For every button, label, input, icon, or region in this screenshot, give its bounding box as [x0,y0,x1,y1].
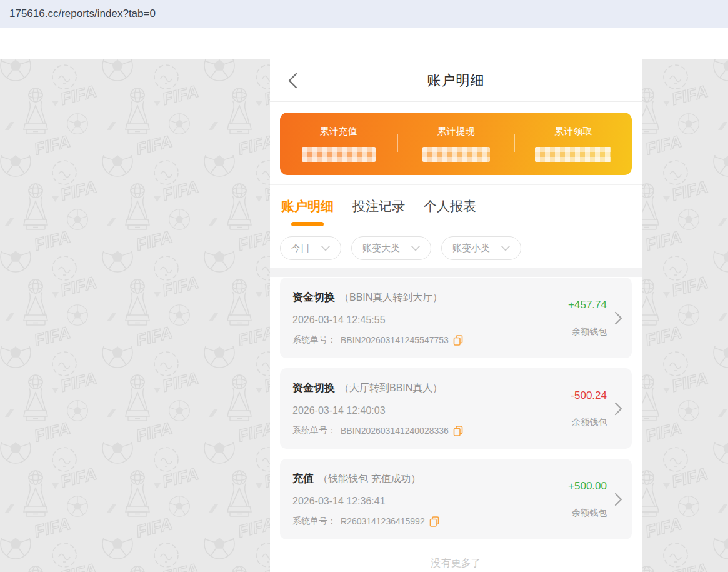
summary-section: 累计充值 累计提现 累计领取 [270,102,642,185]
redacted-value-mosaic [422,147,490,162]
tab-personal-report[interactable]: 个人报表 [424,198,476,226]
transaction-datetime: 2026-03-14 12:45:55 [292,314,568,326]
redacted-value-mosaic [535,147,611,162]
summary-total-claimed: 累计领取 [514,126,632,162]
active-tab-underline [291,222,324,226]
transaction-datetime: 2026-03-14 12:36:41 [292,496,568,507]
transaction-list: 资金切换 （BBIN真人转到大厅） 2026-03-14 12:45:55 系统… [270,277,642,572]
order-number: BBIN202603141245547753 [341,335,449,345]
chevron-right-icon [614,402,622,416]
tab-bar: 账户明细 投注记录 个人报表 [270,185,642,230]
transaction-type: 资金切换 [292,381,335,395]
app-header: 账户明细 [270,59,642,102]
page-stage: FIFA [0,28,728,572]
copy-icon[interactable] [453,426,463,436]
order-number: R2603141236415992 [341,516,425,526]
filter-date-dropdown[interactable]: 今日 [280,236,341,260]
transaction-row[interactable]: 资金切换 （大厅转到BBIN真人） 2026-03-14 12:40:03 系统… [280,368,632,449]
filter-label: 账变小类 [452,243,490,254]
transaction-amount: -500.24 [571,389,607,402]
filter-label: 账变大类 [362,243,400,254]
tab-label: 投注记录 [352,198,405,215]
no-more-text: 没有更多了 [280,549,632,572]
transaction-amount: +500.00 [568,480,607,493]
order-label: 系统单号： [292,334,336,346]
chevron-down-icon [411,246,420,251]
order-number: BBIN202603141240028336 [341,426,449,436]
transaction-note: （钱能钱包 充值成功） [318,473,421,486]
tab-bet-records[interactable]: 投注记录 [352,198,405,226]
url-text[interactable]: 175616.cc/reports/index?tab=0 [9,8,156,20]
copy-icon[interactable] [453,335,463,346]
browser-url-bar[interactable]: 175616.cc/reports/index?tab=0 [0,0,728,28]
back-button[interactable] [287,73,299,89]
filter-major-category-dropdown[interactable]: 账变大类 [351,236,431,260]
page-title: 账户明细 [427,71,485,90]
wallet-label: 余额钱包 [572,508,607,519]
chevron-right-icon [614,493,622,506]
section-divider-strip [270,268,642,277]
summary-label: 累计提现 [437,126,475,138]
wallet-label: 余额钱包 [572,326,607,338]
transaction-note: （大厅转到BBIN真人） [339,382,442,395]
chevron-left-icon [287,73,297,89]
order-label: 系统单号： [292,516,336,527]
tab-label: 个人报表 [424,198,476,215]
transaction-type: 充值 [292,471,314,486]
filter-minor-category-dropdown[interactable]: 账变小类 [441,236,521,260]
summary-label: 累计充值 [320,126,357,138]
summary-label: 累计领取 [554,126,592,138]
app-panel: 账户明细 累计充值 累计提现 累计领取 账户 [270,59,642,572]
summary-total-deposit: 累计充值 [280,126,397,162]
transaction-amount: +457.74 [568,299,607,311]
redacted-value-mosaic [302,147,376,162]
transaction-note: （BBIN真人转到大厅） [339,291,442,304]
transaction-row[interactable]: 充值 （钱能钱包 充值成功） 2026-03-14 12:36:41 系统单号：… [280,459,632,539]
order-label: 系统单号： [292,425,336,436]
chevron-right-icon [614,311,622,325]
summary-card: 累计充值 累计提现 累计领取 [280,113,632,175]
transaction-type: 资金切换 [292,290,335,304]
transaction-datetime: 2026-03-14 12:40:03 [292,405,571,416]
chevron-down-icon [501,246,510,251]
filter-bar: 今日 账变大类 账变小类 [270,230,642,268]
tab-label: 账户明细 [281,198,334,215]
tab-account-details[interactable]: 账户明细 [281,198,334,226]
copy-icon[interactable] [429,516,439,527]
wallet-label: 余额钱包 [572,417,607,428]
chevron-down-icon [321,246,330,251]
transaction-row[interactable]: 资金切换 （BBIN真人转到大厅） 2026-03-14 12:45:55 系统… [280,278,632,358]
summary-total-withdrawal: 累计提现 [397,126,515,162]
filter-label: 今日 [291,243,310,254]
